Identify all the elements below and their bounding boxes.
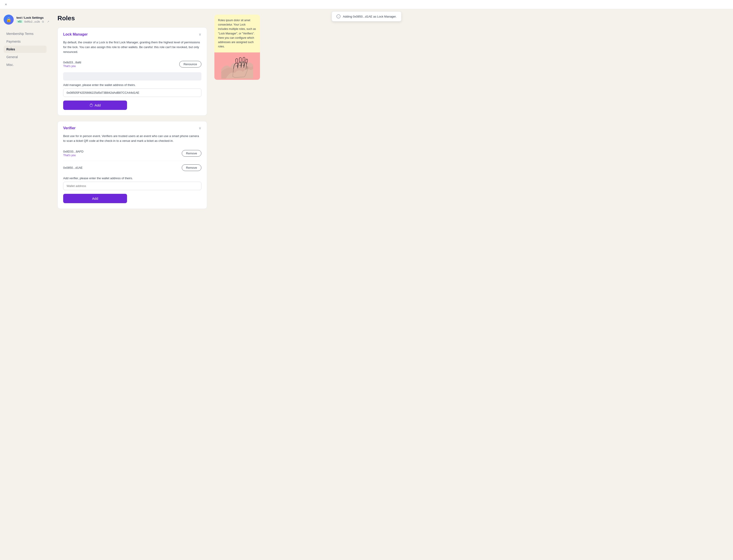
brand-address: 0x95c2...cc2b <box>24 20 40 23</box>
verifier-address-info-0: 0x8D33...8AFD That's you <box>63 150 83 157</box>
toast-notification: ○ Adding 0x0850...d1AE as Lock Manager. <box>332 11 401 21</box>
verifier-card-body: Best use for in person event. Verifiers … <box>58 134 207 209</box>
verifier-chevron-icon[interactable]: ∨ <box>199 126 201 130</box>
loading-spinner-icon <box>90 104 93 107</box>
verifier-remove-button-1[interactable]: Remove <box>182 164 201 171</box>
close-button[interactable]: × <box>4 2 8 7</box>
hands-svg-icon <box>221 54 253 79</box>
info-card-paragraph: Roles ipsum dolor sit amet consectetur. … <box>218 18 256 49</box>
verifier-title: Verifier <box>63 126 75 130</box>
verifier-address-value-0: 0x8D33...8AFD <box>63 150 83 153</box>
sidebar-item-payments[interactable]: Payments <box>4 38 47 45</box>
toast-text: Adding 0x0850...d1AE as Lock Manager. <box>343 15 397 18</box>
verifier-card-header: Verifier ∨ <box>58 121 207 134</box>
that-you-link[interactable]: That's you <box>63 65 81 68</box>
sidebar-item-misc[interactable]: Misc. <box>4 61 47 68</box>
add-manager-button-label: Add <box>95 103 101 107</box>
verifier-address-row-0: 0x8D33...8AFD That's you Remove <box>63 148 201 159</box>
loading-bar <box>63 72 201 80</box>
sidebar-item-membership-terms[interactable]: Membership Terms <box>4 30 47 37</box>
info-card: Roles ipsum dolor sit amet consectetur. … <box>214 15 260 80</box>
renounce-button[interactable]: Renounce <box>179 61 201 67</box>
add-verifier-button[interactable]: Add <box>63 194 127 203</box>
verifier-card: Verifier ∨ Best use for in person event.… <box>57 121 207 209</box>
brand-area: 🔒 test / Lock Settings v11 0x95c2...cc2b… <box>4 15 47 25</box>
external-link-icon[interactable]: ↗ <box>46 20 50 23</box>
sidebar-item-roles[interactable]: Roles <box>4 46 47 53</box>
lock-manager-chevron-icon[interactable]: ∨ <box>199 32 201 36</box>
address-info: 0x8d33...8afd That's you <box>63 61 81 68</box>
info-panel: Roles ipsum dolor sit amet consectetur. … <box>214 15 260 555</box>
copy-icon[interactable]: ⧉ <box>41 20 45 23</box>
info-card-image <box>214 52 260 80</box>
main-content: Roles Lock Manager ∨ By default, the cre… <box>50 9 214 560</box>
brand-info: test / Lock Settings v11 0x95c2...cc2b ⧉… <box>16 16 50 23</box>
sidebar-item-general[interactable]: General <box>4 53 47 61</box>
add-manager-button[interactable]: Add <box>63 101 127 110</box>
lock-manager-address-row-0: 0x8d33...8afd That's you Renounce <box>63 59 201 70</box>
lock-icon: 🔒 <box>6 17 12 22</box>
address-value: 0x8d33...8afd <box>63 61 81 64</box>
lock-manager-title: Lock Manager <box>63 32 88 36</box>
app-wrapper: 🔒 test / Lock Settings v11 0x95c2...cc2b… <box>0 0 733 560</box>
add-verifier-button-label: Add <box>92 197 98 200</box>
page-title: Roles <box>57 15 207 22</box>
version-badge: v11 <box>16 20 23 23</box>
verifier-remove-button-0[interactable]: Remove <box>182 150 201 157</box>
toast-icon: ○ <box>336 14 341 18</box>
add-verifier-label: Add verifier, please enter the wallet ad… <box>63 176 201 180</box>
verifier-description: Best use for in person event. Verifiers … <box>63 134 201 143</box>
verifier-address-row-1: 0x0850...d1AE Remove <box>63 163 201 173</box>
add-manager-input[interactable] <box>63 88 201 97</box>
hand-illustration <box>214 52 260 80</box>
lock-manager-card-body: By default, the creator of a Lock is the… <box>58 40 207 115</box>
brand-title: test / Lock Settings <box>16 16 50 19</box>
top-bar: × <box>0 0 733 9</box>
brand-address-row: v11 0x95c2...cc2b ⧉ ↗ <box>16 20 50 23</box>
verifier-address-info-1: 0x0850...d1AE <box>63 166 83 169</box>
add-manager-label: Add manager, please enter the wallet add… <box>63 83 201 87</box>
add-verifier-input[interactable] <box>63 182 201 190</box>
verifier-address-value-1: 0x0850...d1AE <box>63 166 83 169</box>
lock-manager-card-header: Lock Manager ∨ <box>58 28 207 40</box>
verifier-that-you-link-0[interactable]: That's you <box>63 154 83 157</box>
sidebar: 🔒 test / Lock Settings v11 0x95c2...cc2b… <box>0 9 50 560</box>
nav-list: Membership Terms Payments Roles General … <box>4 30 47 68</box>
brand-logo: 🔒 <box>4 15 14 25</box>
lock-manager-card: Lock Manager ∨ By default, the creator o… <box>57 27 207 116</box>
lock-manager-description: By default, the creator of a Lock is the… <box>63 40 201 54</box>
info-card-text: Roles ipsum dolor sit amet consectetur. … <box>214 15 260 52</box>
